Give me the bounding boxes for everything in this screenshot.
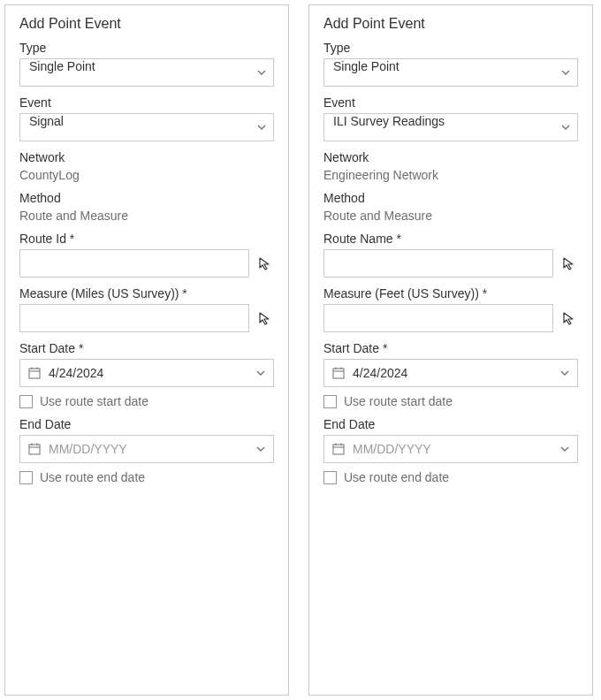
method-value: Route and Measure (19, 209, 274, 223)
end-date-label: End Date (19, 417, 274, 431)
network-value: CountyLog (19, 168, 274, 182)
chevron-down-icon (559, 444, 570, 454)
field-network: Network Engineering Network (323, 150, 578, 182)
calendar-icon (27, 442, 42, 456)
measure-input[interactable] (323, 304, 553, 332)
field-event: Event Signal (19, 95, 274, 141)
event-select[interactable]: Signal (19, 113, 274, 141)
measure-label: Measure (Miles (US Survey)) * (19, 286, 274, 301)
map-picker-button[interactable] (560, 255, 578, 272)
panel-title: Add Point Event (323, 16, 578, 32)
svg-rect-12 (333, 445, 344, 454)
measure-label: Measure (Feet (US Survey)) * (323, 286, 578, 301)
end-date-label: End Date (323, 417, 578, 431)
end-date-placeholder: MM/DD/YYYY (49, 442, 248, 456)
svg-rect-4 (29, 445, 40, 454)
field-type: Type Single Point (19, 41, 274, 87)
use-route-start-date-label[interactable]: Use route start date (344, 394, 453, 408)
field-event: Event ILI Survey Readings (323, 95, 578, 141)
start-date-label: Start Date * (19, 341, 274, 355)
start-date-value: 4/24/2024 (353, 366, 552, 380)
start-date-input[interactable]: 4/24/2024 (323, 359, 578, 387)
field-route: Route Name * (323, 232, 578, 278)
field-type: Type Single Point (323, 41, 578, 87)
panel-title: Add Point Event (19, 16, 274, 32)
event-select-value: Signal (19, 113, 274, 141)
panel-left: Add Point Event Type Single Point Event … (4, 4, 289, 696)
map-picker-button[interactable] (256, 309, 274, 327)
method-value: Route and Measure (323, 209, 578, 223)
network-label: Network (19, 150, 274, 164)
cursor-icon (562, 311, 576, 325)
calendar-icon (27, 366, 42, 380)
network-label: Network (323, 150, 578, 164)
start-date-label: Start Date * (323, 341, 578, 355)
field-measure: Measure (Feet (US Survey)) * (323, 286, 578, 332)
use-route-start-date-label[interactable]: Use route start date (40, 394, 148, 408)
field-end-date: End Date MM/DD/YYYY Use route end date (19, 417, 274, 484)
network-value: Engineering Network (323, 168, 578, 182)
use-route-end-date-checkbox[interactable] (323, 471, 337, 484)
cursor-icon (258, 256, 272, 270)
route-input[interactable] (19, 249, 249, 278)
type-select[interactable]: Single Point (323, 58, 578, 87)
use-route-start-date-checkbox[interactable] (323, 395, 337, 408)
calendar-icon (331, 442, 346, 456)
start-date-input[interactable]: 4/24/2024 (19, 359, 274, 387)
chevron-down-icon (255, 368, 266, 378)
cursor-icon (258, 311, 272, 325)
field-end-date: End Date MM/DD/YYYY Use route end date (323, 417, 578, 484)
use-route-end-date-label[interactable]: Use route end date (344, 470, 449, 484)
use-route-end-date-checkbox[interactable] (19, 471, 33, 484)
chevron-down-icon (255, 444, 266, 454)
route-input[interactable] (323, 249, 553, 278)
field-method: Method Route and Measure (323, 191, 578, 223)
end-date-input[interactable]: MM/DD/YYYY (323, 435, 578, 463)
route-label: Route Name * (323, 232, 578, 246)
field-start-date: Start Date * 4/24/2024 Use route start d… (323, 341, 578, 408)
field-start-date: Start Date * 4/24/2024 Use route start d… (19, 341, 274, 408)
map-picker-button[interactable] (560, 309, 578, 327)
type-select-value: Single Point (323, 58, 578, 87)
event-select-value: ILI Survey Readings (323, 113, 578, 141)
type-select[interactable]: Single Point (19, 58, 274, 87)
svg-rect-0 (29, 369, 40, 378)
cursor-icon (562, 256, 576, 270)
type-label: Type (19, 41, 274, 55)
use-route-end-date-label[interactable]: Use route end date (40, 470, 145, 484)
start-date-value: 4/24/2024 (49, 366, 248, 380)
event-select[interactable]: ILI Survey Readings (323, 113, 578, 141)
field-method: Method Route and Measure (19, 191, 274, 223)
method-label: Method (19, 191, 274, 205)
route-label: Route Id * (19, 232, 274, 246)
map-picker-button[interactable] (256, 255, 274, 272)
panel-right: Add Point Event Type Single Point Event … (308, 4, 593, 696)
field-network: Network CountyLog (19, 150, 274, 182)
svg-rect-8 (333, 369, 344, 378)
measure-input[interactable] (19, 304, 249, 332)
chevron-down-icon (559, 368, 570, 378)
field-route: Route Id * (19, 232, 274, 278)
type-label: Type (323, 41, 578, 55)
type-select-value: Single Point (19, 58, 274, 87)
end-date-input[interactable]: MM/DD/YYYY (19, 435, 274, 463)
end-date-placeholder: MM/DD/YYYY (353, 442, 552, 456)
field-measure: Measure (Miles (US Survey)) * (19, 286, 274, 332)
use-route-start-date-checkbox[interactable] (19, 395, 33, 408)
event-label: Event (323, 95, 578, 110)
calendar-icon (331, 366, 346, 380)
method-label: Method (323, 191, 578, 205)
event-label: Event (19, 95, 274, 110)
